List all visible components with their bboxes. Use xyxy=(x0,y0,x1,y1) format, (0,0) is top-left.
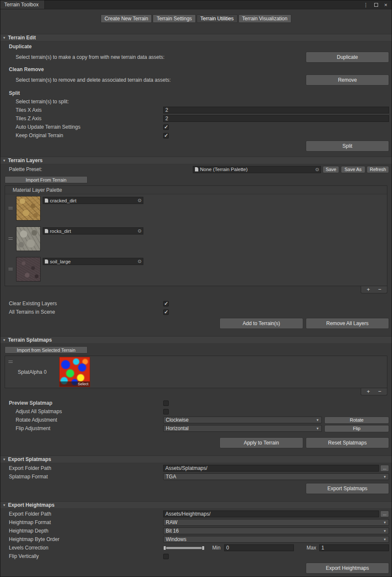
flip-vertically-checkbox[interactable] xyxy=(163,554,169,559)
clear-existing-checkbox[interactable] xyxy=(163,301,169,306)
section-export-splatmaps[interactable]: ▼ Export Splatmaps xyxy=(0,456,392,463)
tiles-z-input[interactable] xyxy=(163,115,389,122)
height-browse-button[interactable]: ... xyxy=(380,511,389,517)
tab-terrain-utilities[interactable]: Terrain Utilities xyxy=(197,14,238,23)
reset-splatmaps-button[interactable]: Reset Splatmaps xyxy=(306,437,389,448)
close-icon[interactable]: × xyxy=(384,2,387,8)
max-label: Max xyxy=(303,545,319,551)
levels-max-input[interactable] xyxy=(319,544,389,551)
import-from-terrain-button[interactable]: Import From Terrain xyxy=(5,176,88,183)
section-terrain-edit[interactable]: ▼ Terrain Edit xyxy=(0,34,392,41)
splatmap-format-row: Splatmap Format TGA ▼ xyxy=(0,472,392,481)
heightmap-format-dropdown[interactable]: RAW ▼ xyxy=(163,519,389,526)
refresh-button[interactable]: Refresh xyxy=(367,166,389,173)
duplicate-button[interactable]: Duplicate xyxy=(306,52,389,63)
heightmap-byte-order-label: Heightmap Byte Order xyxy=(0,536,163,542)
foldout-arrow-icon[interactable]: ▼ xyxy=(3,338,6,342)
rotate-adjustment-dropdown[interactable]: Clockwise ▼ xyxy=(163,417,322,423)
keep-original-checkbox[interactable] xyxy=(163,133,169,138)
export-heightmaps-button-row: Export Heightmaps xyxy=(0,563,392,574)
adjust-all-splatmaps-checkbox[interactable] xyxy=(163,409,169,414)
tab-terrain-settings[interactable]: Terrain Settings xyxy=(153,14,195,23)
heightmap-format-row: Heightmap Format RAW ▼ xyxy=(0,518,392,527)
export-heightmaps-button[interactable]: Export Heightmaps xyxy=(306,563,389,574)
height-export-folder-row: Export Folder Path ... xyxy=(0,510,392,518)
levels-correction-slider[interactable] xyxy=(163,545,205,551)
split-button-row: Split xyxy=(0,141,392,152)
levels-min-input[interactable] xyxy=(224,544,294,551)
rotate-button[interactable]: Rotate xyxy=(324,417,389,424)
splat-browse-button[interactable]: ... xyxy=(380,465,389,472)
object-picker-icon[interactable]: ⊙ xyxy=(136,228,143,234)
foldout-arrow-icon[interactable]: ▼ xyxy=(3,458,6,461)
split-button[interactable]: Split xyxy=(306,141,389,152)
section-terrain-splatmaps[interactable]: ▼ Terrain Splatmaps xyxy=(0,336,392,344)
section-terrain-layers[interactable]: ▼ Terrain Layers xyxy=(0,157,392,164)
splat-export-folder-input[interactable] xyxy=(163,465,379,472)
remove-layer-button[interactable]: − xyxy=(375,287,385,293)
slider-max-handle[interactable] xyxy=(202,546,205,550)
add-splatmap-button[interactable]: + xyxy=(363,389,373,395)
flip-vertically-label: Flip Vertically xyxy=(0,553,163,559)
tab-create-new-terrain[interactable]: Create New Terrain xyxy=(101,14,152,23)
auto-update-checkbox[interactable] xyxy=(163,124,169,130)
apply-to-terrain-button[interactable]: Apply to Terrain xyxy=(219,437,303,448)
remove-button[interactable]: Remove xyxy=(306,75,389,86)
layer-object-field[interactable]: cracked_dirt ⊙ xyxy=(43,197,143,204)
save-as-button[interactable]: Save As xyxy=(341,166,365,173)
window-tab-terrain-toolbox[interactable]: Terrain Toolbox xyxy=(0,0,45,9)
foldout-arrow-icon[interactable]: ▼ xyxy=(3,36,6,40)
drag-handle-icon[interactable] xyxy=(8,268,13,270)
menu-icon[interactable]: ⋮ xyxy=(363,2,368,8)
add-layer-button[interactable]: + xyxy=(363,287,373,293)
foldout-arrow-icon[interactable]: ▼ xyxy=(3,159,6,163)
maximize-icon[interactable] xyxy=(374,3,378,7)
splat-alpha-label: SplatAlpha 0 xyxy=(18,369,57,375)
layer-list-item[interactable]: cracked_dirt ⊙ xyxy=(5,194,387,225)
all-terrains-checkbox[interactable] xyxy=(163,309,169,315)
height-export-folder-input[interactable] xyxy=(163,511,379,517)
preview-splatmap-checkbox[interactable] xyxy=(163,400,169,406)
drag-handle-icon[interactable] xyxy=(8,207,13,209)
heightmap-depth-value: Bit 16 xyxy=(166,528,179,534)
layer-list-item[interactable]: soil_large ⊙ xyxy=(5,255,387,286)
tiles-x-input[interactable] xyxy=(163,107,389,113)
layer-object-field[interactable]: soil_large ⊙ xyxy=(43,258,143,265)
splatmap-format-dropdown[interactable]: TGA ▼ xyxy=(163,473,389,480)
select-badge[interactable]: Select xyxy=(60,381,90,387)
heightmap-byte-order-row: Heightmap Byte Order Windows ▼ xyxy=(0,535,392,544)
layer-thumbnail-soil-large[interactable] xyxy=(16,257,41,282)
remove-splatmap-button[interactable]: − xyxy=(375,389,385,395)
tab-terrain-visualization[interactable]: Terrain Visualization xyxy=(238,14,291,23)
import-from-terrain-row: Import From Terrain xyxy=(0,176,392,184)
splatmap-list-item[interactable]: SplatAlpha 0 Select xyxy=(5,356,387,388)
drag-handle-icon[interactable] xyxy=(8,361,13,363)
palette-preset-row: Palette Preset: None (Terrain Palette) ⊙… xyxy=(0,165,392,174)
layer-thumbnail-rocks-dirt[interactable] xyxy=(16,226,41,251)
chevron-down-icon: ▼ xyxy=(316,427,319,431)
mode-tabs: Create New Terrain Terrain Settings Terr… xyxy=(0,14,392,23)
add-to-terrain-button[interactable]: Add to Terrain(s) xyxy=(219,318,303,329)
save-button[interactable]: Save xyxy=(323,166,340,173)
object-picker-icon[interactable]: ⊙ xyxy=(136,198,143,203)
palette-preset-object-field[interactable]: None (Terrain Palette) ⊙ xyxy=(193,166,321,173)
heightmap-depth-dropdown[interactable]: Bit 16 ▼ xyxy=(163,527,389,534)
splatmap-thumbnail[interactable]: Select xyxy=(59,357,90,387)
flip-button[interactable]: Flip xyxy=(324,425,389,432)
flip-adjustment-dropdown[interactable]: Horizontal ▼ xyxy=(163,425,322,432)
remove-all-layers-button[interactable]: Remove All Layers xyxy=(306,318,389,329)
foldout-arrow-icon[interactable]: ▼ xyxy=(3,503,6,507)
object-picker-icon[interactable]: ⊙ xyxy=(314,167,321,172)
layer-list-item[interactable]: rocks_dirt ⊙ xyxy=(5,225,387,255)
drag-handle-icon[interactable] xyxy=(8,237,13,240)
heightmap-byte-order-dropdown[interactable]: Windows ▼ xyxy=(163,536,389,543)
section-export-heightmaps[interactable]: ▼ Export Heightmaps xyxy=(0,501,392,509)
object-picker-icon[interactable]: ⊙ xyxy=(136,259,143,264)
export-splatmaps-button[interactable]: Export Splatmaps xyxy=(306,483,389,494)
layer-thumbnail-cracked-dirt[interactable] xyxy=(16,196,41,221)
adjust-all-splatmaps-label: Adjust All Splatmaps xyxy=(0,409,163,414)
layer-object-field[interactable]: rocks_dirt ⊙ xyxy=(43,227,143,235)
slider-min-handle[interactable] xyxy=(163,546,166,550)
layer-name: soil_large xyxy=(50,259,136,264)
import-from-selected-terrain-button[interactable]: Import from Selected Terrain xyxy=(5,346,88,353)
